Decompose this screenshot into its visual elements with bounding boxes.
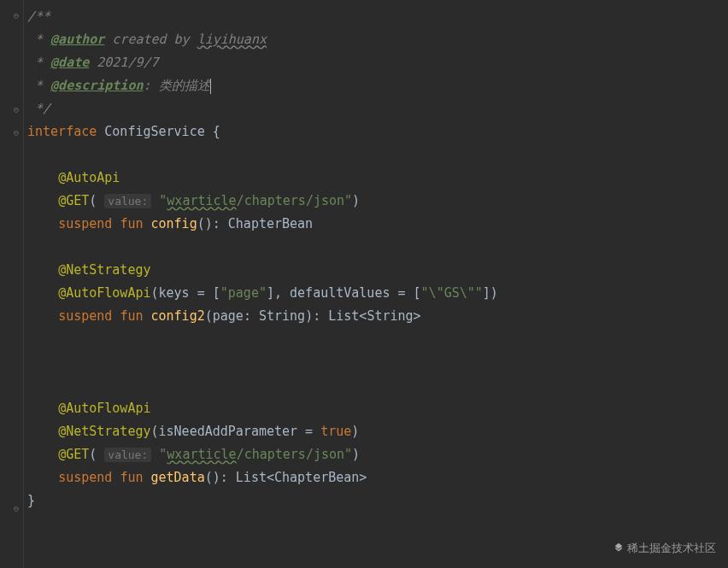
fold-icon[interactable]: ⊖	[12, 11, 21, 20]
code-line	[27, 143, 728, 167]
doc-tag-description: @description	[50, 78, 143, 93]
param-hint: value:	[104, 448, 151, 462]
doc-tag-author: @author	[50, 32, 104, 47]
annotation-get: @GET	[58, 193, 89, 208]
annotation-autoapi: @AutoApi	[58, 170, 120, 185]
fold-icon[interactable]: ⊖	[12, 504, 21, 512]
code-line: suspend fun config(): ChapterBean	[27, 213, 728, 236]
url-wxarticle: wxarticle	[167, 447, 236, 462]
annotation-get: @GET	[58, 447, 89, 462]
code-line: @AutoApi	[27, 167, 728, 190]
code-line: @GET( value: "wxarticle/chapters/json")	[27, 190, 728, 213]
code-line: suspend fun getData(): List<ChapterBean>	[27, 466, 728, 489]
interface-name: ConfigService	[104, 124, 204, 139]
param-hint: value:	[104, 194, 151, 208]
keyword-interface: interface	[27, 124, 97, 139]
watermark: 稀土掘金技术社区	[613, 536, 716, 559]
url-wxarticle: wxarticle	[167, 193, 236, 208]
code-line	[27, 328, 728, 351]
code-line: @NetStrategy(isNeedAddParameter = true)	[27, 420, 728, 443]
code-line: @NetStrategy	[27, 259, 728, 282]
annotation-autoflowapi: @AutoFlowApi	[58, 285, 150, 301]
doc-tag-date: @date	[50, 55, 89, 70]
code-line	[27, 374, 728, 397]
watermark-icon	[613, 542, 625, 553]
description-text: 类的描述	[159, 78, 210, 93]
code-line: * @author created by liyihuanx	[27, 28, 728, 51]
code-line: interface ConfigService {	[27, 120, 728, 143]
code-line	[27, 351, 728, 374]
code-line: /**	[27, 5, 728, 28]
function-config2: config2	[151, 308, 205, 324]
text-cursor	[210, 79, 211, 94]
fold-icon[interactable]: ⊖	[12, 128, 21, 137]
code-line: * @description: 类的描述	[27, 74, 728, 97]
fold-icon[interactable]: ⊖	[12, 105, 21, 114]
code-line: @AutoFlowApi	[27, 397, 728, 420]
editor-gutter: ⊖ ⊖ ⊖ ⊖	[0, 0, 24, 568]
code-editor-content[interactable]: /** * @author created by liyihuanx * @da…	[0, 0, 728, 512]
annotation-netstrategy: @NetStrategy	[58, 262, 150, 278]
code-line: */	[27, 97, 728, 120]
annotation-autoflowapi: @AutoFlowApi	[58, 401, 150, 416]
author-link: liyihuanx	[197, 32, 267, 47]
code-line: * @date 2021/9/7	[27, 51, 728, 74]
code-line: }	[27, 489, 728, 512]
code-line	[27, 236, 728, 259]
doc-close: */	[27, 101, 50, 116]
code-line: @GET( value: "wxarticle/chapters/json")	[27, 443, 728, 466]
doc-open: /**	[27, 9, 50, 24]
annotation-netstrategy: @NetStrategy	[58, 424, 150, 439]
function-config: config	[151, 216, 197, 231]
function-getdata: getData	[151, 470, 205, 485]
code-line: @AutoFlowApi(keys = ["page"], defaultVal…	[27, 282, 728, 305]
code-line: suspend fun config2(page: String): List<…	[27, 305, 728, 328]
